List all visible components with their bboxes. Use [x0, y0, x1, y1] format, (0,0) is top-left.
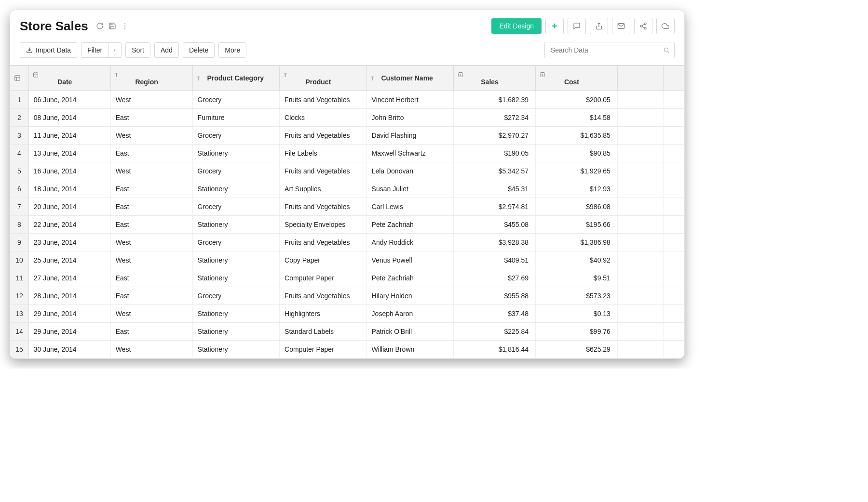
table-row[interactable]: 1127 June, 2014EastStationeryComputer Pa…	[10, 269, 684, 287]
cell-cost[interactable]: $1,635.85	[536, 127, 618, 145]
cell-empty[interactable]	[617, 269, 664, 287]
cell-customer[interactable]: Patrick O'Brill	[366, 323, 454, 341]
col-header-date[interactable]: Date	[28, 66, 110, 91]
cell-cost[interactable]: $0.13	[536, 305, 618, 323]
cell-empty[interactable]	[617, 323, 664, 341]
row-number[interactable]: 7	[10, 198, 28, 216]
cell-product[interactable]: File Labels	[280, 145, 367, 162]
row-number[interactable]: 3	[10, 127, 28, 145]
cell-date[interactable]: 25 June, 2014	[28, 251, 110, 269]
cell-product[interactable]: Copy Paper	[280, 251, 367, 269]
col-header-empty-1[interactable]	[617, 66, 664, 91]
cell-cost[interactable]: $9.51	[536, 269, 618, 287]
cell-empty[interactable]	[617, 127, 664, 145]
cell-date[interactable]: 11 June, 2014	[28, 127, 110, 145]
row-number[interactable]: 11	[10, 269, 28, 287]
row-number[interactable]: 6	[10, 180, 28, 198]
cell-date[interactable]: 27 June, 2014	[28, 269, 110, 287]
table-row[interactable]: 1329 June, 2014WestStationeryHighlighter…	[10, 305, 684, 323]
cell-customer[interactable]: Carl Lewis	[366, 198, 454, 216]
cell-product[interactable]: Fruits and Vegetables	[280, 198, 367, 216]
refresh-icon[interactable]	[96, 22, 104, 30]
cell-cost[interactable]: $90.85	[536, 145, 618, 162]
cell-sales[interactable]: $455.08	[454, 216, 536, 234]
cell-region[interactable]: West	[110, 251, 192, 269]
more-button[interactable]: More	[218, 42, 246, 58]
cell-customer[interactable]: John Britto	[366, 109, 454, 127]
cell-empty[interactable]	[617, 305, 664, 323]
cell-sales[interactable]: $45.31	[454, 180, 536, 198]
cell-category[interactable]: Grocery	[192, 91, 280, 109]
cell-sales[interactable]: $1,816.44	[454, 341, 536, 358]
cell-customer[interactable]: David Flashing	[366, 127, 454, 145]
cell-empty[interactable]	[664, 287, 684, 305]
cell-empty[interactable]	[664, 198, 684, 216]
cell-region[interactable]: East	[110, 109, 192, 127]
cell-category[interactable]: Grocery	[192, 127, 280, 145]
cell-empty[interactable]	[664, 127, 684, 145]
cell-empty[interactable]	[617, 216, 664, 234]
cell-empty[interactable]	[617, 287, 664, 305]
table-row[interactable]: 1530 June, 2014WestStationeryComputer Pa…	[10, 341, 684, 358]
cell-date[interactable]: 16 June, 2014	[28, 162, 110, 180]
cell-date[interactable]: 23 June, 2014	[28, 234, 110, 251]
col-header-sales[interactable]: $ Sales	[454, 66, 536, 91]
table-row[interactable]: 1429 June, 2014EastStationeryStandard La…	[10, 323, 684, 341]
col-header-category[interactable]: T Product Category	[192, 66, 280, 91]
cell-product[interactable]: Computer Paper	[280, 269, 367, 287]
cell-sales[interactable]: $2,974.81	[454, 198, 536, 216]
cell-region[interactable]: West	[110, 234, 192, 251]
cell-empty[interactable]	[617, 145, 664, 162]
cell-category[interactable]: Stationery	[192, 180, 280, 198]
col-header-product[interactable]: T Product	[280, 66, 367, 91]
delete-button[interactable]: Delete	[183, 42, 215, 58]
cell-customer[interactable]: Pete Zachriah	[366, 216, 454, 234]
cell-category[interactable]: Grocery	[192, 287, 280, 305]
cell-customer[interactable]: Venus Powell	[366, 251, 454, 269]
cell-category[interactable]: Stationery	[192, 145, 280, 162]
col-header-cost[interactable]: $ Cost	[536, 66, 618, 91]
filter-button[interactable]: Filter	[81, 42, 108, 58]
cell-customer[interactable]: Susan Juliet	[366, 180, 454, 198]
cell-cost[interactable]: $12.93	[536, 180, 618, 198]
cell-empty[interactable]	[664, 305, 684, 323]
cell-cost[interactable]: $1,386.98	[536, 234, 618, 251]
cell-category[interactable]: Stationery	[192, 269, 280, 287]
cell-date[interactable]: 13 June, 2014	[28, 145, 110, 162]
share-icon[interactable]	[634, 18, 652, 34]
cell-empty[interactable]	[664, 162, 684, 180]
row-number[interactable]: 2	[10, 109, 28, 127]
table-row[interactable]: 1025 June, 2014WestStationeryCopy PaperV…	[10, 251, 684, 269]
cell-sales[interactable]: $1,682.39	[454, 91, 536, 109]
table-row[interactable]: 106 June, 2014WestGroceryFruits and Vege…	[10, 91, 684, 109]
add-new-button[interactable]: +	[545, 18, 564, 34]
cell-date[interactable]: 28 June, 2014	[28, 287, 110, 305]
cell-product[interactable]: Art Supplies	[280, 180, 367, 198]
cell-customer[interactable]: Pete Zachriah	[366, 269, 454, 287]
cell-sales[interactable]: $2,970.27	[454, 127, 536, 145]
import-data-button[interactable]: Import Data	[20, 42, 77, 58]
table-row[interactable]: 822 June, 2014EastStationerySpecialty En…	[10, 216, 684, 234]
table-row[interactable]: 720 June, 2014EastGroceryFruits and Vege…	[10, 198, 684, 216]
cell-cost[interactable]: $200.05	[536, 91, 618, 109]
row-number[interactable]: 10	[10, 251, 28, 269]
cell-product[interactable]: Fruits and Vegetables	[280, 287, 367, 305]
cell-customer[interactable]: William Brown	[366, 341, 454, 358]
row-number[interactable]: 5	[10, 162, 28, 180]
cell-empty[interactable]	[617, 234, 664, 251]
cell-empty[interactable]	[664, 216, 684, 234]
cell-cost[interactable]: $14.58	[536, 109, 618, 127]
cell-product[interactable]: Standard Labels	[280, 323, 367, 341]
cell-empty[interactable]	[664, 341, 684, 358]
cell-region[interactable]: West	[110, 305, 192, 323]
search-input[interactable]	[544, 42, 675, 58]
table-row[interactable]: 311 June, 2014WestGroceryFruits and Vege…	[10, 127, 684, 145]
cell-region[interactable]: West	[110, 341, 192, 358]
cell-category[interactable]: Grocery	[192, 234, 280, 251]
cell-category[interactable]: Stationery	[192, 341, 280, 358]
cell-category[interactable]: Grocery	[192, 198, 280, 216]
cell-empty[interactable]	[664, 145, 684, 162]
cell-category[interactable]: Stationery	[192, 216, 280, 234]
cell-cost[interactable]: $573.23	[536, 287, 618, 305]
cell-empty[interactable]	[664, 251, 684, 269]
